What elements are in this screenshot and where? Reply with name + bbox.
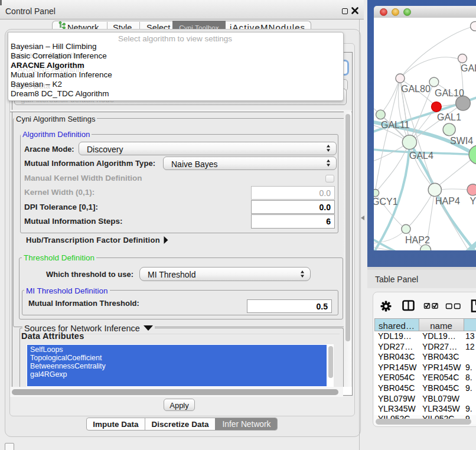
svg-text:GAL80: GAL80 (401, 84, 431, 94)
svg-text:GAL11: GAL11 (381, 120, 410, 130)
svg-text:SWI4: SWI4 (450, 136, 473, 146)
svg-text:GAL7: GAL7 (461, 63, 476, 73)
svg-text:HAP4: HAP4 (435, 196, 460, 206)
svg-text:HAP2: HAP2 (405, 235, 430, 245)
svg-text:GAL10: GAL10 (435, 88, 464, 98)
svg-text:Y: Y (470, 196, 476, 206)
svg-text:GAL1: GAL1 (437, 112, 461, 122)
svg-text:GAL4: GAL4 (409, 151, 433, 161)
svg-text:GCY1: GCY1 (374, 197, 398, 207)
